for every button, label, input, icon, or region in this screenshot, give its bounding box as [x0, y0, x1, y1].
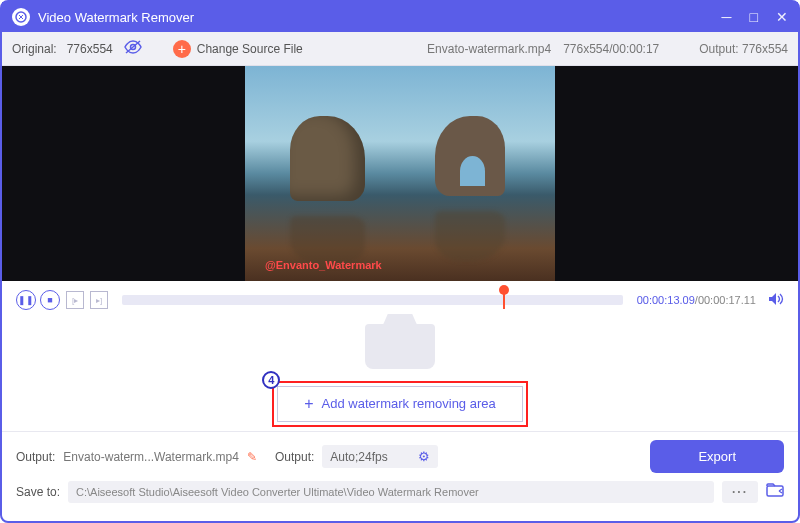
output-dimensions: 776x554 — [742, 42, 788, 56]
footer-panel: Output: Envato-waterm...Watermark.mp4 ✎ … — [2, 431, 798, 521]
titlebar: Video Watermark Remover ─ □ ✕ — [2, 2, 798, 32]
duration: 00:00:17.11 — [698, 294, 756, 306]
edit-filename-icon[interactable]: ✎ — [247, 450, 257, 464]
app-title: Video Watermark Remover — [38, 10, 194, 25]
save-path-field[interactable]: C:\Aiseesoft Studio\Aiseesoft Video Conv… — [68, 481, 714, 503]
output-label: Output: — [699, 42, 738, 56]
add-watermark-area-button[interactable]: + Add watermark removing area — [277, 386, 522, 422]
svg-rect-3 — [767, 486, 783, 496]
watermark-overlay-text: @Envanto_Watermark — [265, 259, 382, 271]
empty-tray-icon — [365, 324, 435, 369]
maximize-icon[interactable]: □ — [750, 9, 758, 25]
output-file-label: Output: — [16, 450, 55, 464]
gear-icon[interactable]: ⚙ — [418, 449, 430, 464]
minimize-icon[interactable]: ─ — [722, 9, 732, 25]
pause-button[interactable]: ❚❚ — [16, 290, 36, 310]
watermark-areas-panel: 4 + Add watermark removing area — [2, 319, 798, 431]
open-folder-icon[interactable] — [766, 483, 784, 501]
plus-circle-icon: + — [173, 40, 191, 58]
output-filename: Envato-waterm...Watermark.mp4 — [63, 450, 239, 464]
save-to-label: Save to: — [16, 485, 60, 499]
source-dims-duration: 776x554/00:00:17 — [563, 42, 659, 56]
change-source-label: Change Source File — [197, 42, 303, 56]
timeline-scrubber[interactable] — [122, 295, 623, 305]
mark-in-button[interactable]: [▸ — [66, 291, 84, 309]
video-frame[interactable]: @Envanto_Watermark — [245, 66, 555, 281]
mark-out-button[interactable]: ▸] — [90, 291, 108, 309]
playback-controls: ❚❚ ■ [▸ ▸] 00:00:13.09/00:00:17.11 — [2, 281, 798, 319]
add-area-highlight: + Add watermark removing area — [272, 381, 527, 427]
top-toolbar: Original: 776x554 + Change Source File E… — [2, 32, 798, 66]
output-format-label: Output: — [275, 450, 314, 464]
original-dimensions: 776x554 — [67, 42, 113, 56]
playhead-marker[interactable] — [503, 291, 505, 309]
stop-button[interactable]: ■ — [40, 290, 60, 310]
browse-button[interactable]: ··· — [722, 481, 758, 503]
app-logo-icon — [12, 8, 30, 26]
plus-icon: + — [304, 395, 313, 413]
original-label: Original: — [12, 42, 57, 56]
close-icon[interactable]: ✕ — [776, 9, 788, 25]
export-button[interactable]: Export — [650, 440, 784, 473]
volume-icon[interactable] — [768, 292, 784, 309]
callout-badge: 4 — [262, 371, 280, 389]
change-source-button[interactable]: + Change Source File — [173, 40, 303, 58]
add-area-label: Add watermark removing area — [322, 396, 496, 411]
output-format-value: Auto;24fps — [330, 450, 387, 464]
visibility-toggle-icon[interactable] — [123, 40, 143, 58]
video-preview-area: @Envanto_Watermark — [2, 66, 798, 281]
output-format-selector[interactable]: Auto;24fps ⚙ — [322, 445, 437, 468]
source-filename: Envato-watermark.mp4 — [427, 42, 551, 56]
current-time: 00:00:13.09 — [637, 294, 695, 306]
time-display: 00:00:13.09/00:00:17.11 — [637, 294, 756, 306]
